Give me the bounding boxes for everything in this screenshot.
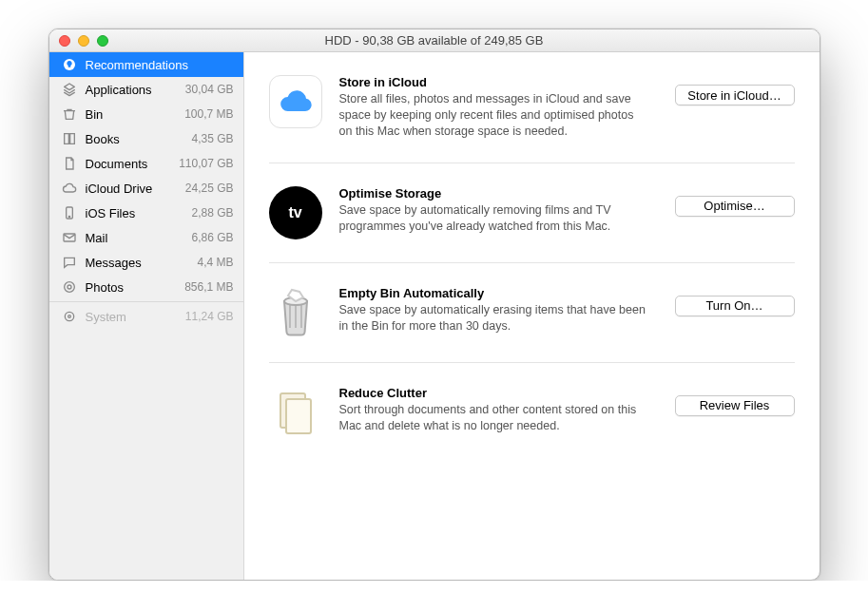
sidebar-item-label: iCloud Drive	[86, 182, 178, 196]
sidebar-item-label: Applications	[86, 83, 178, 97]
titlebar[interactable]: HDD - 90,38 GB available of 249,85 GB	[49, 29, 820, 52]
lightbulb-icon	[61, 56, 78, 73]
sidebar-item-size: 30,04 GB	[185, 83, 234, 96]
apps-icon	[61, 81, 78, 98]
recommendation-icloud: Store in iCloudStore all files, photos a…	[269, 52, 795, 163]
svg-point-7	[68, 316, 70, 318]
recommendation-description: Save space by automatically removing fil…	[339, 202, 646, 235]
recommendation-title: Optimise Storage	[339, 186, 646, 201]
sidebar-item-label: Mail	[86, 231, 184, 245]
sidebar-item-label: iOS Files	[86, 206, 184, 220]
sidebar-item-ios-files[interactable]: iOS Files2,88 GB	[49, 201, 243, 225]
documents-icon	[269, 386, 322, 439]
bin-button[interactable]: Turn On…	[675, 296, 795, 316]
sidebar-item-label: Photos	[86, 280, 178, 295]
sidebar-item-label: Books	[86, 132, 184, 146]
svg-point-2	[68, 216, 69, 217]
cloud-icon	[61, 180, 78, 197]
recommendation-action: Review Files	[675, 386, 795, 439]
sidebar-item-documents[interactable]: Documents110,07 GB	[49, 151, 243, 176]
recommendation-text: Empty Bin AutomaticallySave space by aut…	[339, 286, 658, 339]
recommendation-title: Empty Bin Automatically	[339, 286, 646, 300]
sidebar-item-bin[interactable]: Bin100,7 MB	[49, 102, 243, 126]
recommendation-action: Optimise…	[675, 186, 795, 239]
close-icon[interactable]	[59, 35, 70, 47]
storage-management-window: HDD - 90,38 GB available of 249,85 GB Re…	[48, 29, 820, 581]
recommendation-description: Sort through documents and other content…	[339, 402, 646, 434]
recommendation-title: Reduce Clutter	[339, 386, 646, 400]
sidebar-item-size: 24,25 GB	[185, 182, 234, 195]
appletv-icon: tv	[269, 186, 322, 239]
tv-button[interactable]: Optimise…	[675, 196, 795, 217]
recommendation-action: Store in iCloud…	[675, 75, 795, 140]
recommendation-description: Save space by automatically erasing item…	[339, 302, 646, 335]
sidebar-item-size: 110,07 GB	[179, 157, 233, 170]
sidebar-item-photos[interactable]: Photos856,1 MB	[49, 275, 243, 299]
doc-icon	[61, 155, 78, 172]
recommendation-text: Reduce ClutterSort through documents and…	[339, 386, 658, 439]
sidebar-item-size: 11,24 GB	[185, 310, 234, 323]
svg-point-4	[64, 282, 74, 293]
icloud-icon	[269, 75, 322, 128]
sidebar-item-size: 6,86 GB	[191, 231, 233, 244]
sidebar-item-label: Bin	[86, 107, 178, 122]
sidebar-divider	[49, 301, 243, 302]
gear-icon	[61, 308, 78, 325]
sidebar-item-size: 4,35 GB	[191, 132, 233, 145]
mail-icon	[61, 229, 78, 246]
traffic-lights	[59, 35, 108, 47]
sidebar-item-size: 856,1 MB	[184, 280, 233, 294]
recommendation-description: Store all files, photos and messages in …	[339, 91, 646, 140]
sidebar-item-icloud-drive[interactable]: iCloud Drive24,25 GB	[49, 176, 243, 201]
recommendation-action: Turn On…	[675, 286, 795, 339]
recommendation-text: Store in iCloudStore all files, photos a…	[339, 75, 658, 140]
icloud-button[interactable]: Store in iCloud…	[675, 85, 795, 105]
chat-icon	[61, 254, 78, 271]
recommendation-docs: Reduce ClutterSort through documents and…	[269, 363, 795, 462]
sidebar-item-books[interactable]: Books4,35 GB	[49, 126, 243, 151]
photo-icon	[61, 278, 78, 296]
sidebar-item-label: Recommendations	[86, 58, 226, 72]
sidebar-item-system[interactable]: System11,24 GB	[49, 304, 243, 329]
sidebar-item-label: System	[86, 310, 178, 324]
sidebar-item-size: 100,7 MB	[184, 107, 233, 121]
zoom-icon[interactable]	[97, 35, 108, 47]
recommendation-bin: Empty Bin AutomaticallySave space by aut…	[269, 263, 795, 363]
recommendation-tv: tvOptimise StorageSave space by automati…	[269, 163, 795, 263]
recommendation-title: Store in iCloud	[339, 75, 646, 89]
docs-button[interactable]: Review Files	[675, 395, 795, 416]
svg-point-5	[68, 285, 71, 289]
sidebar-item-mail[interactable]: Mail6,86 GB	[49, 225, 243, 250]
window-title: HDD - 90,38 GB available of 249,85 GB	[57, 33, 812, 48]
svg-point-6	[65, 312, 73, 320]
sidebar-item-recommendations[interactable]: Recommendations	[49, 52, 243, 77]
recommendation-text: Optimise StorageSave space by automatica…	[339, 186, 658, 239]
trash-icon	[61, 105, 78, 123]
book-icon	[61, 130, 78, 147]
sidebar-item-size: 2,88 GB	[191, 206, 233, 220]
sidebar-item-label: Documents	[86, 157, 172, 171]
sidebar-item-messages[interactable]: Messages4,4 MB	[49, 250, 243, 275]
trash-icon	[269, 286, 322, 339]
phone-icon	[61, 204, 78, 221]
recommendations-panel: Store in iCloudStore all files, photos a…	[244, 52, 820, 580]
sidebar-item-label: Messages	[86, 256, 190, 270]
sidebar-item-applications[interactable]: Applications30,04 GB	[49, 77, 243, 102]
sidebar-item-size: 4,4 MB	[197, 256, 233, 269]
sidebar: RecommendationsApplications30,04 GBBin10…	[49, 52, 244, 580]
svg-rect-10	[286, 399, 311, 433]
minimize-icon[interactable]	[78, 35, 89, 47]
